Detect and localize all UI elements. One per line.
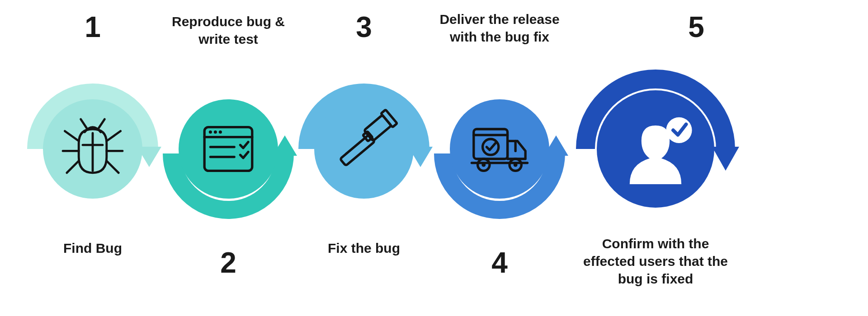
svg-point-18 [214,130,217,134]
svg-line-7 [81,119,87,128]
step-circle-1 [43,99,142,199]
svg-line-11 [67,161,79,172]
step-number-2: 2 [210,248,246,277]
bug-fix-process-diagram: 1 2 3 4 5 Find Bug Reproduce bug & write… [0,0,868,316]
svg-rect-23 [364,115,391,141]
svg-point-35 [666,117,692,143]
bug-icon [43,99,142,199]
step-number-3: 3 [346,13,382,42]
step-number-4: 4 [481,248,518,277]
svg-line-9 [65,131,79,141]
step-caption-1: Find Bug [43,239,142,257]
step-caption-5: Confirm with the effected users that the… [579,235,732,288]
delivery-truck-icon [450,99,549,199]
svg-point-34 [514,163,518,167]
checklist-window-icon [179,99,278,199]
user-confirmed-icon [597,90,714,208]
step-number-5: 5 [678,13,714,42]
step-circle-2 [179,99,278,199]
step-number-1: 1 [75,13,111,42]
step-caption-4: Deliver the release with the bug fix [436,10,563,46]
step-circle-4 [450,99,549,199]
svg-rect-15 [204,127,252,171]
svg-line-14 [107,161,118,172]
svg-point-17 [209,130,212,134]
svg-rect-25 [381,110,397,127]
svg-line-12 [107,131,121,141]
svg-line-8 [99,119,104,128]
step-caption-3: Fix the bug [314,239,414,257]
step-caption-2: Reproduce bug & write test [167,13,289,48]
svg-point-33 [481,163,486,167]
svg-point-19 [219,130,222,134]
step-circle-5 [597,90,714,208]
hammer-icon [314,99,414,199]
step-circle-3 [314,99,414,199]
svg-marker-4 [712,147,739,171]
